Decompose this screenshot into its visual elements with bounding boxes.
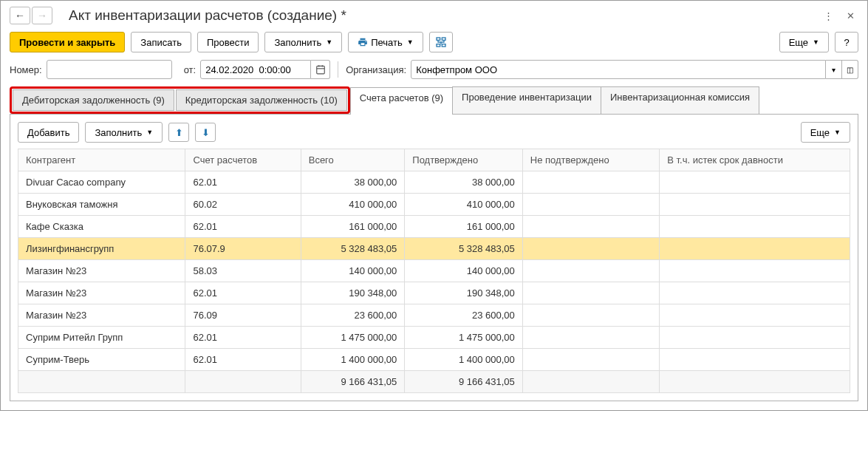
cell-counterparty: Кафе Сказка [18,216,185,238]
cell-account: 76.09 [185,304,301,327]
cell-unconfirmed [522,349,660,371]
cell-account: 62.01 [185,171,301,194]
table-row[interactable]: Магазин №2358.03140 000,00140 000,00 [18,260,850,282]
confirmed-sum: 9 166 431,05 [405,371,523,393]
structure-button[interactable] [429,32,453,52]
help-button[interactable]: ? [835,32,858,52]
cell-confirmed: 1 400 000,00 [405,349,523,371]
divider [338,61,338,78]
cell-confirmed: 38 000,00 [405,171,523,194]
table-row[interactable]: Divuar Cacao company62.0138 000,0038 000… [18,171,850,194]
tab-accounts[interactable]: Счета расчетов (9) [350,87,453,115]
cell-total: 1 475 000,00 [301,327,405,349]
col-account[interactable]: Счет расчетов [185,149,301,171]
post-button[interactable]: Провести [197,32,259,52]
write-button[interactable]: Записать [131,32,191,52]
cell-total: 38 000,00 [301,171,405,194]
kebab-icon[interactable]: ⋮ [820,7,836,24]
table-row[interactable]: Кафе Сказка62.01161 000,00161 000,00 [18,216,850,238]
cell-account: 62.01 [185,282,301,304]
table-row[interactable]: Внуковская таможня60.02410 000,00410 000… [18,194,850,216]
tab-commission[interactable]: Инвентаризационная комиссия [601,86,759,114]
cell-expired [660,216,850,238]
cell-confirmed: 161 000,00 [405,216,523,238]
cell-account: 58.03 [185,260,301,282]
add-button[interactable]: Добавить [18,122,79,143]
table-row[interactable]: Магазин №2362.01190 348,00190 348,00 [18,282,850,304]
dropdown-button[interactable]: ▾ [826,60,842,79]
cell-counterparty: Магазин №23 [18,260,185,282]
cell-unconfirmed [522,282,660,304]
cell-unconfirmed [522,194,660,216]
cell-counterparty: Магазин №23 [18,282,185,304]
date-input[interactable] [200,60,311,79]
fill-button[interactable]: Заполнить▼ [264,32,342,52]
arrow-down-icon: ⬇ [202,127,210,138]
more-button[interactable]: Еще▼ [779,32,829,52]
cell-expired [660,349,850,371]
caret-down-icon: ▼ [834,129,841,136]
table-row[interactable]: Магазин №2376.0923 600,0023 600,00 [18,304,850,327]
calendar-button[interactable] [311,60,330,79]
col-expired[interactable]: В т.ч. истек срок давности [660,149,850,171]
calendar-icon [315,64,326,75]
col-total[interactable]: Всего [301,149,405,171]
cell-counterparty: Суприм Ритейл Групп [18,327,185,349]
print-button[interactable]: Печать▼ [348,32,423,52]
cell-unconfirmed [522,304,660,327]
cell-confirmed: 140 000,00 [405,260,523,282]
more-sub-button[interactable]: Еще▼ [801,122,850,143]
close-icon[interactable]: ✕ [842,7,858,24]
cell-total: 140 000,00 [301,260,405,282]
tab-credit[interactable]: Кредиторская задолженность (10) [176,89,347,111]
cell-total: 161 000,00 [301,216,405,238]
cell-expired [660,260,850,282]
cell-account: 62.01 [185,327,301,349]
col-unconfirmed[interactable]: Не подтверждено [522,149,660,171]
cell-counterparty: Лизингфинансгрупп [18,238,185,260]
table-row[interactable]: Суприм Ритейл Групп62.011 475 000,001 47… [18,327,850,349]
org-label: Организация: [346,64,406,75]
col-confirmed[interactable]: Подтверждено [405,149,523,171]
col-counterparty[interactable]: Контрагент [18,149,185,171]
svg-rect-2 [437,44,440,47]
move-down-button[interactable]: ⬇ [195,123,216,142]
cell-counterparty: Divuar Cacao company [18,171,185,194]
cell-unconfirmed [522,238,660,260]
cell-account: 76.07.9 [185,238,301,260]
svg-rect-3 [442,44,445,47]
highlight-box: Дебиторская задолженность (9) Кредиторск… [10,86,350,114]
cell-counterparty: Магазин №23 [18,304,185,327]
cell-confirmed: 1 475 000,00 [405,327,523,349]
total-sum: 9 166 431,05 [301,371,405,393]
tabs: Дебиторская задолженность (9) Кредиторск… [10,86,858,115]
from-label: от: [184,64,197,75]
tab-debit[interactable]: Дебиторская задолженность (9) [13,89,174,111]
cell-expired [660,171,850,194]
forward-button[interactable]: → [32,7,52,24]
organization-input[interactable] [411,60,826,79]
cell-expired [660,194,850,216]
cell-counterparty: Суприм-Тверь [18,349,185,371]
cell-unconfirmed [522,260,660,282]
svg-rect-1 [442,38,445,40]
post-close-button[interactable]: Провести и закрыть [10,32,125,52]
cell-expired [660,238,850,260]
cell-account: 60.02 [185,194,301,216]
cell-confirmed: 23 600,00 [405,304,523,327]
fill-sub-button[interactable]: Заполнить▼ [85,122,163,143]
cell-account: 62.01 [185,216,301,238]
number-input[interactable] [47,60,172,79]
cell-expired [660,282,850,304]
cell-expired [660,327,850,349]
move-up-button[interactable]: ⬆ [168,123,189,142]
back-button[interactable]: ← [10,7,30,24]
tab-procedure[interactable]: Проведение инвентаризации [452,86,601,114]
page-title: Акт инвентаризации расчетов (создание) * [69,7,814,24]
caret-down-icon: ▼ [146,129,153,136]
printer-icon [358,37,368,47]
table-row[interactable]: Лизингфинансгрупп76.07.95 328 483,055 32… [18,238,850,260]
cell-unconfirmed [522,327,660,349]
open-button[interactable]: ◫ [842,60,858,79]
table-row[interactable]: Суприм-Тверь62.011 400 000,001 400 000,0… [18,349,850,371]
